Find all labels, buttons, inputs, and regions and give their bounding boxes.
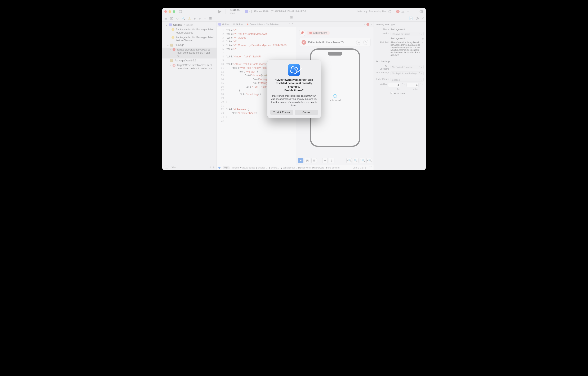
cancel-button[interactable]: Cancel — [295, 110, 318, 115]
xcode-app-icon — [288, 64, 300, 76]
dialog-message: Macros with malicious code can harm your… — [270, 94, 318, 107]
trust-enable-button[interactable]: Trust & Enable — [270, 110, 293, 115]
xcode-window: ▶ Guides main › iPhone 15 Pro (0181DDF9-… — [162, 8, 426, 170]
dialog-title: "LiveViewNativeMacros" was disabled beca… — [270, 78, 318, 92]
macro-trust-dialog: "LiveViewNativeMacros" was disabled beca… — [267, 60, 321, 118]
modal-backdrop: "LiveViewNativeMacros" was disabled beca… — [162, 8, 426, 170]
